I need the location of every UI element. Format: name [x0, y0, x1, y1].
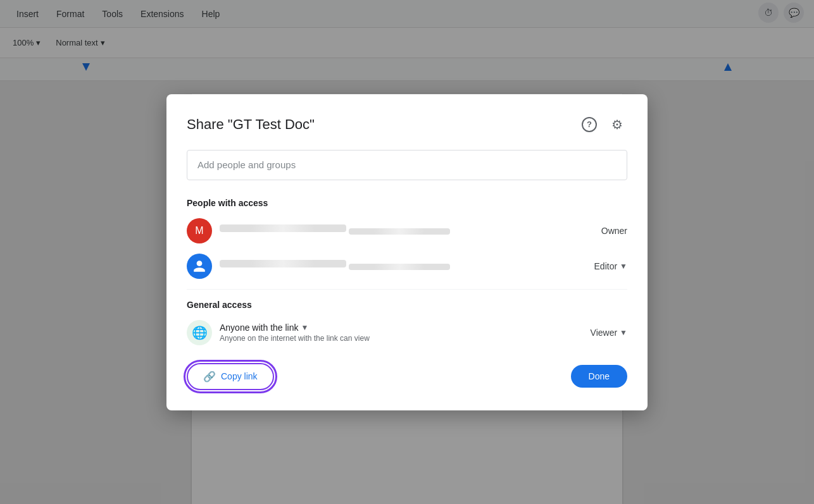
general-access-title: General access — [187, 300, 627, 310]
person-row-owner: M Owner — [187, 218, 627, 243]
avatar-owner: M — [187, 218, 212, 243]
access-type-dropdown[interactable]: Anyone with the link ▼ — [220, 323, 583, 333]
people-with-access-title: People with access — [187, 198, 627, 208]
modal-header-icons: ? ⚙ — [582, 114, 627, 135]
globe-icon: 🌐 — [192, 325, 208, 340]
settings-icon[interactable]: ⚙ — [607, 114, 627, 135]
viewer-dropdown-chevron: ▼ — [620, 328, 627, 337]
owner-role-label: Owner — [601, 226, 627, 236]
section-divider — [187, 289, 627, 290]
general-access-row: 🌐 Anyone with the link ▼ Anyone on the i… — [187, 320, 627, 345]
person-name-blurred-2 — [220, 260, 346, 267]
viewer-role-dropdown[interactable]: Viewer ▼ — [591, 328, 627, 338]
help-icon[interactable]: ? — [582, 117, 597, 132]
add-people-input[interactable]: Add people and groups — [187, 150, 627, 180]
person-row-editor: Editor ▼ — [187, 254, 627, 279]
search-placeholder-text: Add people and groups — [197, 159, 296, 170]
link-access-icon: 🌐 — [187, 320, 212, 345]
editor-role-dropdown[interactable]: Editor ▼ — [594, 261, 627, 271]
modal-overlay: Share "GT Test Doc" ? ⚙ Add people and g… — [0, 0, 814, 504]
access-info: Anyone with the link ▼ Anyone on the int… — [220, 323, 583, 343]
share-modal: Share "GT Test Doc" ? ⚙ Add people and g… — [166, 94, 648, 410]
person-info-editor — [220, 260, 587, 273]
access-description: Anyone on the internet with the link can… — [220, 334, 583, 343]
avatar-editor — [187, 254, 212, 279]
editor-dropdown-chevron: ▼ — [620, 262, 627, 271]
copy-link-button[interactable]: 🔗 Copy link — [187, 363, 274, 390]
person-email-blurred — [349, 228, 450, 235]
access-type-chevron: ▼ — [301, 323, 309, 332]
person-info-owner — [220, 224, 594, 237]
person-email-blurred-2 — [349, 264, 450, 270]
link-icon: 🔗 — [203, 371, 216, 383]
modal-header: Share "GT Test Doc" ? ⚙ — [187, 114, 627, 135]
done-button[interactable]: Done — [571, 365, 627, 388]
person-name-blurred — [220, 224, 346, 232]
modal-footer: 🔗 Copy link Done — [187, 363, 627, 390]
modal-title: Share "GT Test Doc" — [187, 116, 315, 133]
